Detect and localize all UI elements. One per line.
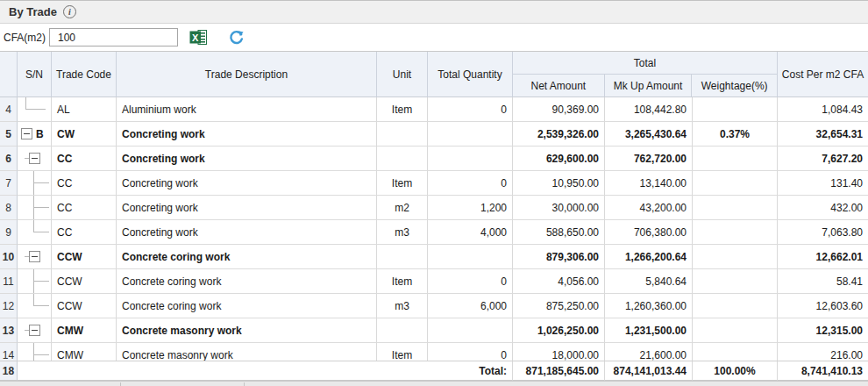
header-rownum-spacer <box>0 52 18 97</box>
row-number: 13 <box>0 318 18 343</box>
table-row[interactable]: 14CMWConcrete masonry workItem018,000.00… <box>0 343 868 361</box>
unit-cell: m3 <box>377 220 428 245</box>
row-number: 5 <box>0 122 18 147</box>
sn-tree-cell <box>18 97 52 122</box>
cost-per-m2-cell: 131.40 <box>778 171 868 196</box>
sn-tree-cell <box>18 343 52 361</box>
total-net-amount: 871,185,645.00 <box>513 361 605 381</box>
mkup-amount-cell: 108,442.80 <box>605 97 693 122</box>
collapse-button[interactable] <box>29 153 40 164</box>
horizontal-scrollbar[interactable] <box>0 381 868 386</box>
net-amount-cell: 90,369.00 <box>513 97 605 122</box>
cost-per-m2-cell: 12,315.00 <box>778 318 868 343</box>
weightage-cell <box>693 269 778 294</box>
trade-code-cell: CMW <box>52 343 117 361</box>
table-row[interactable]: 13CMWConcrete masonry work1,026,250.001,… <box>0 318 868 343</box>
collapse-button[interactable] <box>21 128 32 139</box>
trade-code-cell: CC <box>52 171 117 196</box>
collapse-button[interactable] <box>29 325 40 336</box>
total-quantity-cell <box>428 122 513 147</box>
row-number: 9 <box>0 220 18 245</box>
trade-code-cell: CW <box>52 122 117 147</box>
trade-description-cell: Aluminium work <box>117 97 377 122</box>
weightage-cell <box>693 343 778 361</box>
weightage-cell <box>693 196 778 220</box>
minus-icon <box>24 133 30 134</box>
sn-tree-cell: B <box>18 122 52 147</box>
weightage-cell <box>693 245 778 269</box>
cost-per-m2-cell: 58.41 <box>778 269 868 294</box>
cost-per-m2-cell: 7,063.80 <box>778 220 868 245</box>
trade-code-cell: CCW <box>52 269 117 294</box>
mkup-amount-cell: 1,266,200.64 <box>605 245 693 269</box>
grid-header: S/N Trade Code Trade Description Unit To… <box>0 52 868 97</box>
mkup-amount-cell: 43,200.00 <box>605 196 693 220</box>
info-icon[interactable]: i <box>63 5 76 18</box>
sn-tree-cell <box>18 294 52 318</box>
tree-connector-line <box>33 182 49 183</box>
row-number: 10 <box>0 245 18 269</box>
row-number: 12 <box>0 294 18 318</box>
table-row[interactable]: 6CCConcreting work629,600.00762,720.007,… <box>0 147 868 171</box>
row-number: 7 <box>0 171 18 196</box>
minus-icon <box>32 330 38 331</box>
total-quantity-cell: 6,000 <box>428 294 513 318</box>
refresh-button[interactable] <box>228 29 245 46</box>
weightage-cell <box>693 147 778 171</box>
table-row[interactable]: 9CCConcreting workm34,000588,650.00706,3… <box>0 220 868 245</box>
col-header-sn[interactable]: S/N <box>18 52 52 97</box>
total-quantity-cell: 0 <box>428 97 513 122</box>
table-row[interactable]: 7CCConcreting workItem010,950.0013,140.0… <box>0 171 868 196</box>
trade-description-cell: Concrete coring work <box>117 269 377 294</box>
mkup-amount-cell: 3,265,430.64 <box>605 122 693 147</box>
net-amount-cell: 4,056.00 <box>513 269 605 294</box>
weightage-cell <box>693 97 778 122</box>
total-quantity-cell: 0 <box>428 171 513 196</box>
col-header-weightage[interactable]: Weightage(%) <box>692 75 777 96</box>
col-header-mkup-amount[interactable]: Mk Up Amount <box>605 75 693 96</box>
table-row[interactable]: 10CCWConcrete coring work879,306.001,266… <box>0 245 868 269</box>
tree-connector-line <box>25 97 26 110</box>
sn-tree-cell <box>18 196 52 220</box>
row-number: 4 <box>0 97 18 122</box>
col-header-unit[interactable]: Unit <box>377 52 428 97</box>
unit-cell <box>377 147 428 171</box>
net-amount-cell: 10,950.00 <box>513 171 605 196</box>
minus-icon <box>32 158 38 159</box>
col-header-trade-description[interactable]: Trade Description <box>117 52 377 97</box>
table-row[interactable]: 4ALAluminium workItem090,369.00108,442.8… <box>0 97 868 122</box>
total-quantity-cell <box>428 147 513 171</box>
total-row-number: 18 <box>0 361 18 381</box>
table-row[interactable]: 5BCWConcreting work2,539,326.003,265,430… <box>0 122 868 147</box>
weightage-cell <box>693 294 778 318</box>
total-quantity-cell: 4,000 <box>428 220 513 245</box>
tree-connector-line <box>33 281 49 282</box>
table-row[interactable]: 8CCConcreting workm21,20030,000.0043,200… <box>0 196 868 220</box>
col-header-total[interactable]: Total <box>513 52 777 75</box>
weightage-cell <box>693 318 778 343</box>
trade-description-cell: Concreting work <box>117 171 377 196</box>
cost-per-m2-cell: 32,654.31 <box>778 122 868 147</box>
col-header-trade-code[interactable]: Trade Code <box>52 52 117 97</box>
tree-connector-line <box>33 207 49 208</box>
trade-description-cell: Concreting work <box>117 196 377 220</box>
cost-per-m2-cell: 1,084.43 <box>778 97 868 122</box>
toolbar: CFA(m2) X <box>0 24 868 51</box>
tree-connector-line <box>33 294 34 306</box>
trade-description-cell: Concrete masonry work <box>117 318 377 343</box>
table-row[interactable]: 11CCWConcrete coring workItem04,056.005,… <box>0 269 868 294</box>
sn-tree-cell <box>18 245 52 269</box>
col-header-net-amount[interactable]: Net Amount <box>513 75 605 96</box>
cfa-input[interactable] <box>49 28 178 46</box>
table-row[interactable]: 12CCWConcrete coring workm36,000875,250.… <box>0 294 868 318</box>
unit-cell: m2 <box>377 196 428 220</box>
trade-code-cell: AL <box>52 97 117 122</box>
total-quantity-cell: 1,200 <box>428 196 513 220</box>
export-excel-button[interactable]: X <box>189 29 208 46</box>
col-header-total-group: Total Net Amount Mk Up Amount Weightage(… <box>513 52 778 97</box>
col-header-total-quantity[interactable]: Total Quantity <box>428 52 513 97</box>
trade-grid: S/N Trade Code Trade Description Unit To… <box>0 51 868 386</box>
scrollbar-tick <box>120 382 121 386</box>
collapse-button[interactable] <box>29 251 40 262</box>
col-header-cost-per-m2[interactable]: Cost Per m2 CFA <box>778 52 868 97</box>
